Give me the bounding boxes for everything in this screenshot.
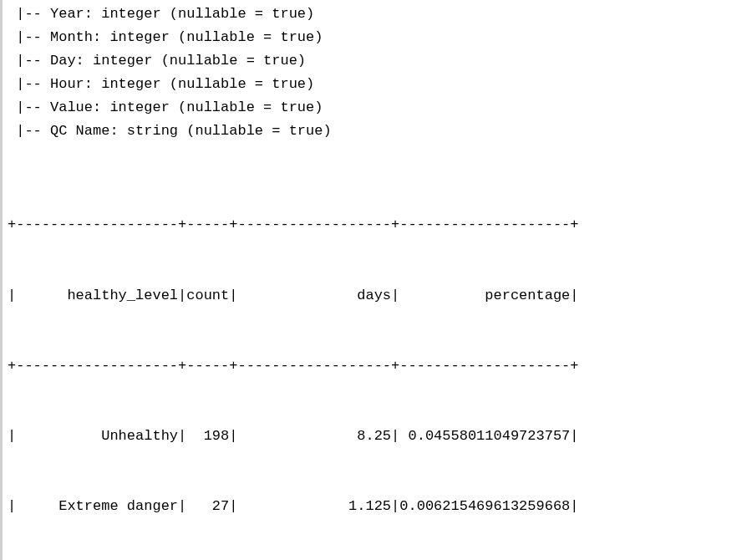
schema-block: |-- Year: integer (nullable = true) |-- … — [8, 0, 752, 143]
table-border-top: +-------------------+-----+-------------… — [8, 213, 752, 237]
schema-field-value: |-- Value: integer (nullable = true) — [8, 96, 752, 120]
schema-field-day: |-- Day: integer (nullable = true) — [8, 49, 752, 73]
blank-line — [8, 143, 752, 166]
table-row: | Extreme danger| 27| 1.125|0.0062154696… — [8, 495, 752, 518]
schema-field-year: |-- Year: integer (nullable = true) — [8, 3, 752, 26]
schema-field-qcname: |-- QC Name: string (nullable = true) — [8, 120, 752, 143]
table-header: | healthy_level|count| days| percentage| — [8, 284, 752, 308]
table-block: +-------------------+-----+-------------… — [8, 166, 752, 560]
table-border-header: +-------------------+-----+-------------… — [8, 354, 752, 378]
schema-field-month: |-- Month: integer (nullable = true) — [8, 26, 752, 49]
table-row: | Unhealthy| 198| 8.25| 0.04558011049723… — [8, 425, 752, 448]
schema-field-hour: |-- Hour: integer (nullable = true) — [8, 73, 752, 96]
